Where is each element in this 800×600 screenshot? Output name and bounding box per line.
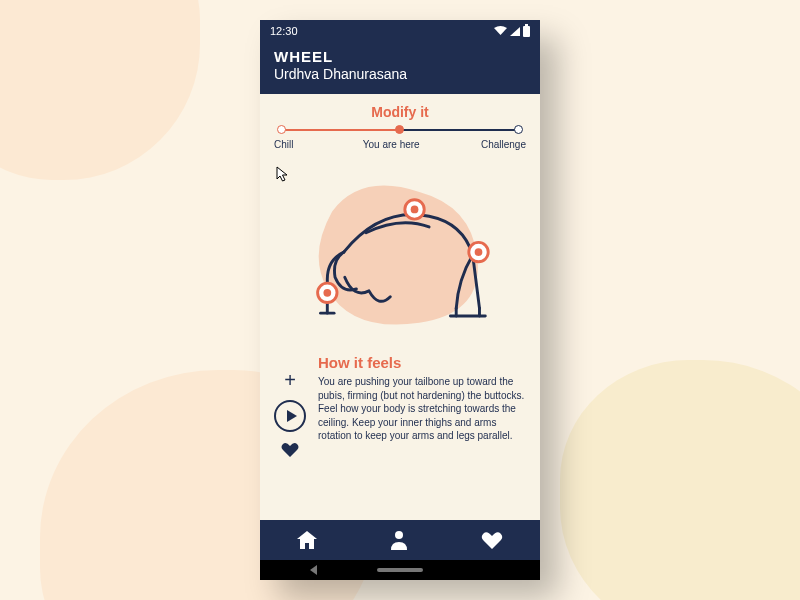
difficulty-heading: Modify it (274, 104, 526, 120)
slider-stop-challenge[interactable] (514, 125, 523, 134)
tab-favorites[interactable] (481, 531, 503, 550)
how-it-feels-text: How it feels You are pushing your tailbo… (318, 354, 526, 443)
status-bar: 12:30 (260, 20, 540, 42)
tab-home[interactable] (297, 531, 317, 549)
add-button[interactable]: + (284, 370, 296, 390)
difficulty-labels: Chill You are here Challenge (274, 139, 526, 150)
android-nav-bar (260, 560, 540, 580)
pose-subtitle: Urdhva Dhanurasana (274, 66, 526, 82)
signal-icon (510, 27, 520, 36)
feels-heading: How it feels (318, 354, 526, 371)
phone-frame: 12:30 WHEEL Urdhva Dhanurasana Modify it… (260, 20, 540, 580)
difficulty-slider[interactable] (278, 124, 522, 136)
feels-body: You are pushing your tailbone up toward … (318, 375, 526, 443)
pose-header: WHEEL Urdhva Dhanurasana (260, 42, 540, 94)
tab-profile[interactable] (390, 530, 408, 550)
clock: 12:30 (270, 25, 298, 37)
favorite-button[interactable] (281, 442, 299, 458)
media-controls: + (274, 354, 306, 458)
bottom-tab-bar (260, 520, 540, 560)
slider-stop-current[interactable] (395, 125, 404, 134)
status-icons (494, 26, 530, 37)
pose-title: WHEEL (274, 48, 526, 65)
svg-point-3 (411, 206, 419, 214)
svg-point-6 (395, 531, 403, 539)
how-it-feels-section: + How it feels You are pushing your tail… (274, 354, 526, 458)
play-button[interactable] (274, 400, 306, 432)
background-blob (560, 360, 800, 600)
difficulty-label-high: Challenge (481, 139, 526, 150)
background-blob (0, 0, 200, 180)
difficulty-label-low: Chill (274, 139, 293, 150)
slider-track-active (278, 129, 400, 131)
wifi-icon (494, 26, 507, 36)
svg-point-1 (323, 289, 331, 297)
nav-home-pill[interactable] (377, 568, 423, 572)
pose-illustration (274, 160, 526, 350)
nav-back-icon[interactable] (310, 565, 317, 575)
slider-stop-chill[interactable] (277, 125, 286, 134)
content-area: Modify it Chill You are here Challenge (260, 94, 540, 520)
battery-icon (523, 26, 530, 37)
difficulty-label-mid: You are here (363, 139, 420, 150)
svg-point-5 (475, 248, 483, 256)
